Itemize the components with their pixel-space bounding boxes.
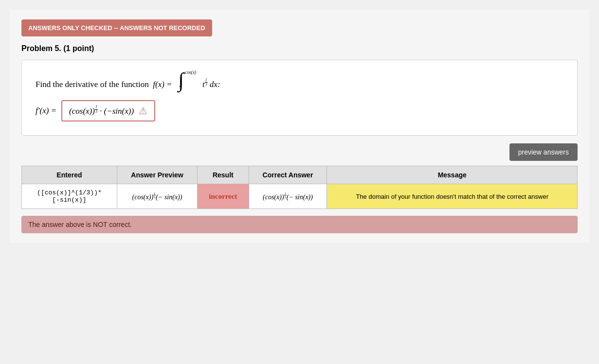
results-table: Entered Answer Preview Result Correct An… [21, 166, 578, 209]
cell-message: The domain of your function doesn't matc… [327, 184, 578, 209]
cell-entered: ([cos(x)]^(1/3))*[-sin(x)] [22, 184, 117, 209]
col-message: Message [327, 166, 578, 184]
problem-points: (1 point) [63, 44, 94, 52]
integral-upper: cos(x) [185, 70, 196, 75]
answer-row: f′(x) = (cos(x))13 · (−sin(x)) ⚠ [36, 100, 563, 121]
table-row: ([cos(x)]^(1/3))*[-sin(x)] (cos(x))13(− … [22, 184, 578, 209]
derivative-label: f′(x) = [36, 106, 56, 116]
cell-result: incorrect [198, 184, 249, 209]
answer-expression: (cos(x))13 · (−sin(x)) [69, 105, 134, 116]
answer-input-box: (cos(x))13 · (−sin(x)) ⚠ [61, 100, 155, 121]
preview-answers-button[interactable]: preview answers [509, 143, 578, 161]
correct-answer-math: (cos(x))13(− sin(x)) [263, 193, 313, 201]
col-answer-preview: Answer Preview [117, 166, 197, 184]
integral-expression: ∫ cos(x) 4 t13 dx: [178, 72, 220, 89]
problem-number: Problem 5. [21, 44, 61, 52]
col-entered: Entered [22, 166, 117, 184]
col-result: Result [198, 166, 249, 184]
integrand: t13 dx: [202, 78, 220, 89]
cell-answer-preview: (cos(x))13(− sin(x)) [117, 184, 197, 209]
table-header-row: Entered Answer Preview Result Correct An… [22, 166, 578, 184]
integral-lower: 4 [179, 84, 182, 88]
cell-correct-answer: (cos(x))13(− sin(x)) [249, 184, 327, 209]
problem-title: Problem 5. (1 point) [21, 44, 578, 53]
notice-banner: ANSWERS ONLY CHECKED -- ANSWERS NOT RECO… [21, 19, 212, 36]
function-definition: f(x) = ∫ cos(x) 4 t13 dx: [151, 80, 220, 89]
main-container: ANSWERS ONLY CHECKED -- ANSWERS NOT RECO… [10, 10, 589, 243]
problem-box: Find the derivative of the function f(x)… [21, 60, 578, 136]
not-correct-banner: The answer above is NOT correct. [21, 216, 578, 233]
problem-statement: Find the derivative of the function f(x)… [36, 72, 563, 89]
col-correct-answer: Correct Answer [249, 166, 327, 184]
not-correct-text: The answer above is NOT correct. [28, 221, 132, 228]
preview-math: (cos(x))13(− sin(x)) [132, 193, 182, 201]
statement-prefix: Find the derivative of the function [36, 80, 149, 89]
warning-icon: ⚠ [139, 105, 147, 117]
notice-text: ANSWERS ONLY CHECKED -- ANSWERS NOT RECO… [28, 24, 205, 32]
preview-btn-row: preview answers [21, 143, 578, 161]
